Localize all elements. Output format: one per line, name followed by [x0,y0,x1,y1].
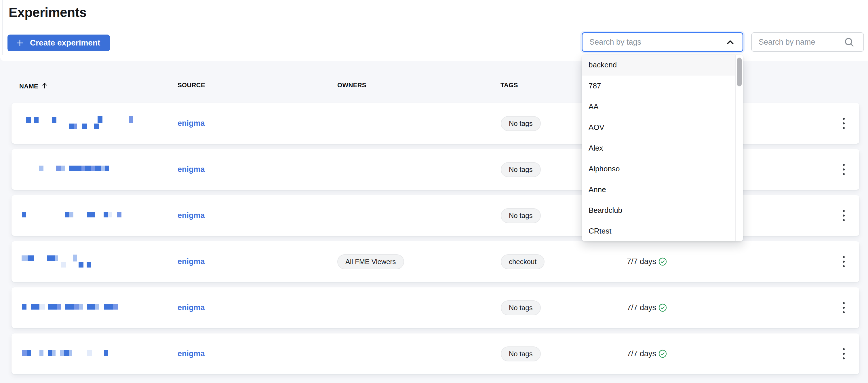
experiment-name-redacted [11,149,147,190]
page-title: Experiments [9,5,87,20]
row-menu-button[interactable] [836,195,851,236]
create-experiment-button[interactable]: Create experiment [7,34,110,51]
dropdown-scrollbar-track [735,55,743,241]
experiment-name-redacted [11,241,147,282]
source-link[interactable]: enigma [178,303,205,312]
source-link[interactable]: enigma [178,119,205,128]
column-header-source[interactable]: SOURCE [178,82,205,89]
sidebar-divider [2,0,3,55]
tags-badge: No tags [501,208,541,223]
page-header: Experiments Create experiment [0,0,868,61]
source-link[interactable]: enigma [178,349,205,358]
plus-icon [15,38,25,48]
check-circle-icon [658,333,667,374]
tags-badge: No tags [501,347,541,361]
tag-option[interactable]: CRtest [582,220,735,241]
experiment-row[interactable]: enigma No tags 7/7 days [11,287,859,328]
tag-option[interactable]: Anne [582,179,735,200]
tags-badge: No tags [501,162,541,177]
tag-option[interactable]: backend [582,55,735,76]
column-header-owners[interactable]: OWNERS [337,82,366,89]
tags-option-list: backend787AAAOVAlexAlphonsoAnneBeardclub… [582,55,735,241]
row-menu-button[interactable] [836,103,851,144]
column-header-tags[interactable]: TAGS [500,82,518,89]
check-circle-icon [658,241,667,282]
tag-option[interactable]: Alex [582,138,735,158]
row-menu-button[interactable] [836,287,851,328]
search-by-tags-input[interactable] [582,32,743,52]
tag-option[interactable]: 787 [582,76,735,96]
experiment-row[interactable]: enigma All FME Viewers checkout 7/7 days [11,241,859,282]
experiment-row[interactable]: enigma No tags 7/7 days [11,333,859,374]
source-link[interactable]: enigma [178,165,205,174]
check-circle-icon [658,287,667,328]
row-menu-button[interactable] [836,149,851,190]
experiment-name-redacted [11,287,147,328]
tags-badge: checkout [501,254,545,269]
dropdown-scrollbar-thumb[interactable] [737,58,742,86]
tags-dropdown-panel: backend787AAAOVAlexAlphonsoAnneBeardclub… [582,55,743,241]
duration-text: 7/7 days [627,257,656,266]
owners-badge: All FME Viewers [337,254,404,269]
duration-text: 7/7 days [627,349,656,358]
tags-badge: No tags [501,300,541,315]
duration-text: 7/7 days [627,303,656,312]
create-experiment-label: Create experiment [30,38,100,48]
tag-option[interactable]: AOV [582,117,735,138]
experiment-name-redacted [11,333,147,374]
experiment-name-redacted [11,195,147,236]
tags-badge: No tags [501,116,541,131]
column-header-name[interactable]: NAME [19,82,49,91]
source-link[interactable]: enigma [178,257,205,266]
row-menu-button[interactable] [836,241,851,282]
search-by-name-input[interactable] [751,32,864,52]
source-link[interactable]: enigma [178,211,205,220]
row-menu-button[interactable] [836,333,851,374]
tag-option[interactable]: AA [582,96,735,117]
sort-asc-icon [40,82,49,91]
tag-option[interactable]: Beardclub [582,200,735,220]
tag-option[interactable]: Alphonso [582,158,735,179]
experiment-name-redacted [11,103,147,144]
